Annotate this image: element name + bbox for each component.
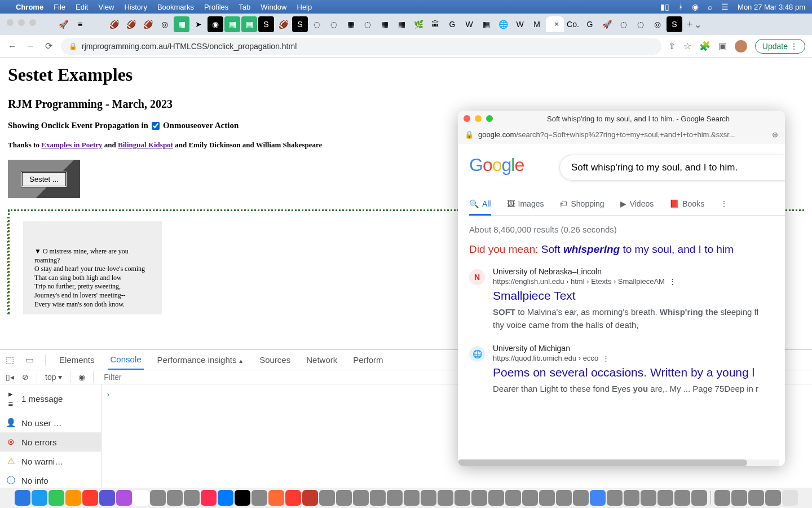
dock-app[interactable]	[319, 490, 335, 506]
result-title-link[interactable]: Smallpiece Text	[493, 289, 785, 303]
dock-app[interactable]	[657, 490, 673, 506]
dock-app[interactable]	[150, 490, 166, 506]
dock-app[interactable]	[201, 490, 217, 506]
bluetooth-icon[interactable]: ᚼ	[678, 2, 683, 11]
dock-safari[interactable]	[32, 490, 47, 506]
browser-tab[interactable]: W	[512, 16, 528, 32]
dock-app[interactable]	[184, 490, 200, 506]
dock-app[interactable]	[748, 490, 764, 506]
link-examples-poetry[interactable]: Examples in Poetry	[41, 141, 102, 149]
dock-app[interactable]	[235, 490, 250, 506]
dock-app[interactable]	[65, 490, 81, 506]
browser-tab[interactable]: ◌	[360, 16, 376, 32]
window-close[interactable]	[7, 19, 14, 26]
browser-tab[interactable]: M	[529, 16, 545, 32]
spotlight-icon[interactable]: ⌕	[708, 2, 712, 11]
menu-help[interactable]: Help	[297, 3, 312, 11]
back-button[interactable]: ←	[7, 41, 18, 52]
browser-tab[interactable]: ◎	[157, 16, 173, 32]
share-icon[interactable]: ⇧	[668, 41, 676, 51]
search-input[interactable]: Soft whisp'ring to my soul, and I to him…	[559, 155, 785, 181]
sidebar-warnings[interactable]: ⚠No warni…	[0, 452, 101, 471]
sestet-box[interactable]: Sestet ...	[8, 160, 80, 198]
dym-link[interactable]: Soft whispering to my soul, and I to him	[541, 243, 734, 255]
browser-tab[interactable]: ◌	[309, 16, 325, 32]
window-maximize[interactable]	[29, 19, 36, 26]
browser-tab[interactable]: G	[582, 16, 598, 32]
menu-profiles[interactable]: Profiles	[204, 3, 228, 11]
dock-app[interactable]	[607, 490, 623, 506]
dock-app[interactable]	[421, 490, 436, 506]
dock-app[interactable]	[218, 490, 233, 506]
tab-more[interactable]: ⋮	[720, 199, 728, 208]
menu-app[interactable]: Chrome	[16, 3, 43, 11]
close-tab-icon[interactable]: ✕	[554, 20, 559, 28]
horizontal-scrollbar[interactable]	[458, 459, 779, 466]
sidebar-info[interactable]: ⓘNo info	[0, 471, 101, 488]
context-selector[interactable]: top ▾	[45, 373, 62, 382]
dock-app[interactable]	[522, 490, 538, 506]
dock-firefox[interactable]	[268, 490, 284, 506]
browser-tab[interactable]: 🏛	[427, 16, 443, 32]
menu-file[interactable]: File	[54, 3, 65, 11]
dock-app[interactable]	[471, 490, 487, 506]
browser-tab[interactable]: ▦	[224, 16, 240, 32]
menu-bookmarks[interactable]: Bookmarks	[157, 3, 194, 11]
zoom-icon[interactable]: ⊕	[772, 130, 778, 139]
browser-tab[interactable]: ▦	[377, 16, 392, 32]
dock-chrome[interactable]	[590, 490, 606, 506]
browser-tab-active[interactable]: ✕	[546, 16, 564, 32]
tab-network[interactable]: Network	[304, 351, 339, 369]
tab-all[interactable]: 🔍 All	[469, 199, 491, 216]
link-bilingual-kidspot[interactable]: Bilingual Kidspot	[118, 141, 173, 149]
device-icon[interactable]: ▭	[25, 354, 34, 365]
dock-app[interactable]	[336, 490, 352, 506]
control-center-icon[interactable]: ☰	[721, 2, 729, 11]
url-input[interactable]: 🔒 rjmprogramming.com.au/HTMLCSS/onclick_…	[61, 38, 661, 55]
battery-icon[interactable]: ▮▯	[660, 2, 669, 11]
menu-history[interactable]: History	[124, 3, 147, 11]
browser-tab[interactable]	[89, 16, 105, 32]
sestet-button[interactable]: Sestet ...	[21, 171, 67, 187]
dock-app[interactable]	[285, 490, 301, 506]
dock-app[interactable]	[251, 490, 267, 506]
browser-tab[interactable]: 🌐	[495, 16, 511, 32]
tab-shopping[interactable]: 🏷 Shopping	[559, 199, 604, 208]
dock-app[interactable]	[454, 490, 470, 506]
inspect-icon[interactable]: ⬚	[6, 354, 14, 365]
sidebar-errors[interactable]: ⊗No errors	[0, 432, 101, 452]
dock-app[interactable]	[387, 490, 403, 506]
browser-tab[interactable]: ▦	[343, 16, 359, 32]
browser-tab[interactable]: S	[258, 16, 274, 32]
sidepanel-icon[interactable]: ▣	[718, 41, 727, 51]
dock-app[interactable]	[82, 490, 98, 506]
dock-app[interactable]	[539, 490, 555, 506]
dock-app[interactable]	[99, 490, 115, 506]
dock-app[interactable]	[641, 490, 656, 506]
menu-tab[interactable]: Tab	[239, 3, 250, 11]
browser-tab[interactable]: ▦	[394, 16, 409, 32]
dock-app[interactable]	[674, 490, 690, 506]
menu-view[interactable]: View	[98, 3, 114, 11]
browser-tab[interactable]: S	[292, 16, 308, 32]
browser-tab[interactable]: 🚀	[55, 16, 71, 32]
dock-app[interactable]	[691, 490, 707, 506]
dock-app[interactable]	[488, 490, 504, 506]
result-title-link[interactable]: Poems on several occasions. Written by a…	[493, 366, 785, 379]
dock-app[interactable]	[731, 490, 747, 506]
dock-app[interactable]	[714, 490, 730, 506]
tab-elements[interactable]: Elements	[57, 351, 97, 369]
browser-tab[interactable]: ◌	[616, 16, 632, 32]
browser-tab[interactable]: 🏈	[123, 16, 139, 32]
browser-tab[interactable]: ▦	[174, 16, 189, 32]
dock-filezilla[interactable]	[302, 490, 318, 506]
browser-tab[interactable]: ▦	[241, 16, 257, 32]
dock-app[interactable]	[353, 490, 369, 506]
onmouseover-checkbox[interactable]	[152, 122, 160, 130]
profile-avatar[interactable]	[735, 40, 747, 52]
tab-performance[interactable]: Perform	[351, 351, 385, 369]
browser-tab[interactable]: ◎	[650, 16, 665, 32]
tab-overflow-icon[interactable]: ⌄	[694, 19, 701, 30]
browser-tab[interactable]: ◌	[633, 16, 648, 32]
browser-tab[interactable]: Co.	[565, 16, 581, 32]
